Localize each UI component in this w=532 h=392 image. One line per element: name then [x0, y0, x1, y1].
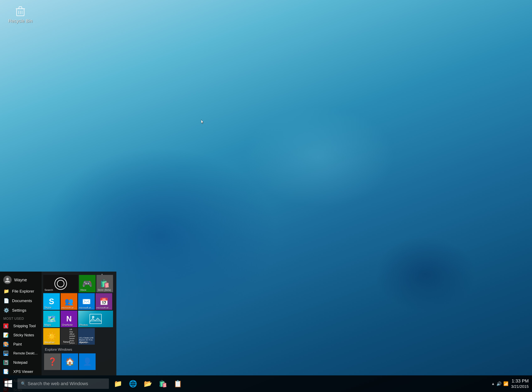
taskbar: 🔍 📁 🌐 📂 🛍️ 📋 ▲ 🔊 — [0, 375, 532, 392]
up-arrow-icon[interactable]: ▲ — [491, 382, 495, 386]
tile-xbox[interactable]: 🎮 Xbox — [79, 275, 95, 292]
tile-label: microsoft.windo... — [62, 307, 76, 309]
calendar-icon: 📅 — [100, 297, 108, 306]
desktop: Recycle Bin Wayne 📁 File Explorer — [0, 0, 532, 392]
search-input[interactable] — [28, 381, 105, 386]
tiles-row-1: Search 🎮 Xbox 🛍️ Store (Beta) — [43, 275, 115, 292]
mail-icon: ✉️ — [82, 297, 91, 306]
taskbar-app-store[interactable]: 🛍️ — [155, 375, 171, 392]
tile-label: Search — [44, 288, 53, 291]
app-label: XPS Viewer — [13, 370, 33, 374]
folder-taskbar-icon: 📂 — [144, 380, 152, 388]
sidebar-item-snipping-tool[interactable]: ✂️ Snipping Tool — [0, 321, 42, 331]
svg-line-3 — [22, 7, 22, 9]
explore-icon-2: 🏠 — [65, 357, 75, 366]
sidebar-item-xps-viewer[interactable]: 📑 XPS Viewer — [0, 367, 42, 376]
store-taskbar-icon: 🛍️ — [159, 380, 167, 388]
file-explorer-taskbar-icon: 📁 — [114, 380, 122, 388]
tiles-row-4: ☀️ Weather Off-duty officer posted booze… — [43, 328, 115, 345]
app-label: Snipping Tool — [13, 324, 36, 328]
tile-label: microsoft.windo... — [79, 307, 94, 309]
tile-ms3[interactable]: 📅 microsoft.windo... — [95, 293, 112, 310]
sidebar-item-file-explorer[interactable]: 📁 File Explorer — [0, 287, 42, 296]
tile-ms2[interactable]: ✉️ microsoft.windo... — [78, 293, 95, 310]
taskbar-app-ie[interactable]: 🌐 — [125, 375, 141, 392]
explore-tile-2[interactable]: 🏠 — [62, 353, 78, 370]
clock-date: 3/21/2015 — [511, 384, 529, 389]
app-label: Remote Desktop Connection — [13, 351, 38, 355]
sidebar-item-notepad[interactable]: 📓 Notepad — [0, 358, 42, 367]
system-tray-icons: ▲ 🔊 📶 🔋 — [491, 381, 509, 386]
taskbar-app-file-explorer[interactable]: 📁 — [111, 375, 125, 392]
tiles-row-3: 🗺️ Maps N OneNote Phot — [43, 311, 115, 327]
app-label: Notepad — [13, 360, 28, 365]
svg-point-10 — [92, 316, 94, 318]
start-menu-tiles: ⏻ ⤢ Search 🎮 Xbox 🛍️ — [42, 271, 116, 375]
tile-photos[interactable]: Photos — [78, 311, 113, 327]
start-menu-left-panel: Wayne 📁 File Explorer 📄 Documents ⚙️ Set… — [0, 271, 42, 375]
tile-label: Xbox — [80, 288, 86, 291]
user-profile[interactable]: Wayne — [0, 273, 42, 287]
most-used-label: Most used — [0, 315, 42, 321]
tiles-row-2: S Skype 👥 microsoft.windo... ✉️ microsof… — [43, 293, 115, 310]
tile-label: Sports — [79, 341, 87, 344]
tile-search[interactable]: Search — [43, 275, 78, 292]
tile-ms1[interactable]: 👥 microsoft.windo... — [61, 293, 77, 310]
sidebar-item-sticky-notes[interactable]: 📝 Sticky Notes — [0, 331, 42, 340]
recycle-bin-label: Recycle Bin — [8, 18, 32, 24]
skype-icon: S — [49, 297, 54, 306]
start-menu: Wayne 📁 File Explorer 📄 Documents ⚙️ Set… — [0, 271, 116, 375]
tile-store[interactable]: 🛍️ Store (Beta) — [96, 275, 113, 292]
weather-icon: ☀️ — [47, 332, 57, 341]
tile-skype[interactable]: S Skype — [43, 293, 60, 310]
tile-label: Skype — [44, 306, 51, 309]
sidebar-item-settings[interactable]: ⚙️ Settings — [0, 306, 42, 315]
search-icon: 🔍 — [21, 381, 26, 386]
recycle-bin[interactable]: Recycle Bin — [8, 4, 32, 24]
people-icon: 👥 — [65, 297, 73, 306]
taskbar-app-5[interactable]: 📋 — [171, 375, 185, 392]
explore-windows-section: Explore Windows ❓ 🏠 👤 — [43, 345, 115, 370]
taskbar-app-folder[interactable]: 📂 — [141, 375, 155, 392]
system-tray: ▲ 🔊 📶 🔋 1:33 PM 3/21/2015 — [491, 378, 532, 389]
tile-weather[interactable]: ☀️ Weather — [43, 328, 60, 345]
explore-tiles: ❓ 🏠 👤 — [44, 353, 114, 370]
sidebar-item-label: Settings — [12, 308, 26, 313]
start-button[interactable] — [0, 375, 17, 392]
avatar — [3, 276, 12, 284]
taskbar-search-box[interactable]: 🔍 — [18, 378, 109, 389]
explore-tile-1[interactable]: ❓ — [44, 353, 61, 370]
user-name: Wayne — [14, 278, 27, 282]
sidebar-item-remote-desktop[interactable]: 🖥️ Remote Desktop Connection — [0, 349, 42, 358]
tile-label: Store (Beta) — [98, 289, 111, 291]
app-label: Paint — [13, 342, 22, 346]
explore-icon-3: 👤 — [83, 357, 92, 366]
tile-label: Photos — [79, 323, 88, 327]
system-clock[interactable]: 1:33 PM 3/21/2015 — [511, 378, 529, 389]
store-icon: 🛍️ — [100, 279, 109, 288]
app5-taskbar-icon: 📋 — [174, 380, 182, 388]
sidebar-item-documents[interactable]: 📄 Documents — [0, 296, 42, 306]
windows-logo-icon — [5, 380, 12, 387]
sidebar-item-label: File Explorer — [12, 289, 34, 294]
explore-tile-3[interactable]: 👤 — [79, 353, 95, 370]
tile-maps[interactable]: 🗺️ Maps — [43, 311, 60, 327]
mouse-cursor — [201, 120, 204, 124]
onenote-icon: N — [66, 315, 72, 323]
xbox-icon: 🎮 — [82, 279, 92, 289]
tile-label: microsoft.windo... — [96, 307, 111, 309]
network-icon[interactable]: 📶 — [503, 381, 508, 386]
svg-point-8 — [6, 278, 9, 280]
svg-rect-9 — [90, 314, 101, 324]
speaker-icon[interactable]: 🔊 — [496, 381, 502, 386]
tile-onenote[interactable]: N OneNote — [61, 311, 77, 327]
tile-label: News — [62, 340, 71, 344]
tile-sports[interactable]: UCLA beats UAB Blazers 92-75 to advance … — [78, 328, 95, 345]
tile-news[interactable]: Off-duty officer posted booze photo befo… — [61, 328, 77, 345]
sidebar-item-paint[interactable]: 🎨 Paint — [0, 340, 42, 349]
recycle-bin-icon — [14, 4, 27, 18]
tile-label: Weather — [44, 341, 55, 344]
maps-icon: 🗺️ — [47, 315, 56, 323]
settings-icon: ⚙️ — [3, 308, 9, 313]
taskbar-apps: 📁 🌐 📂 🛍️ 📋 — [111, 375, 185, 392]
